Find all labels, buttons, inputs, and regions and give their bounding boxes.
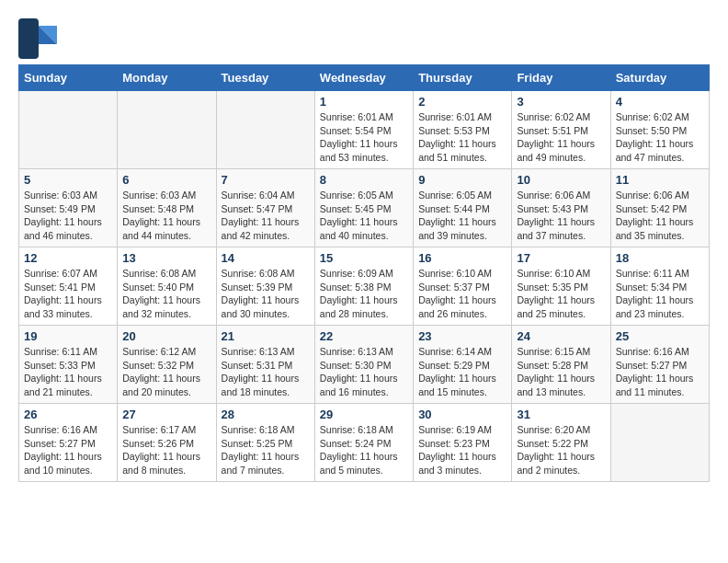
calendar-cell: 15 Sunrise: 6:09 AMSunset: 5:38 PMDaylig… (314, 247, 413, 326)
svg-rect-0 (18, 18, 39, 59)
calendar-cell: 11 Sunrise: 6:06 AMSunset: 5:42 PMDaylig… (610, 169, 709, 247)
day-number: 22 (320, 329, 408, 343)
day-number: 18 (616, 251, 704, 265)
day-number: 2 (418, 95, 506, 109)
day-info: Sunrise: 6:13 AMSunset: 5:31 PMDaylight:… (222, 345, 310, 399)
day-info: Sunrise: 6:09 AMSunset: 5:38 PMDaylight:… (320, 267, 408, 321)
calendar-week-2: 5 Sunrise: 6:03 AMSunset: 5:49 PMDayligh… (19, 169, 710, 247)
calendar-cell: 10 Sunrise: 6:06 AMSunset: 5:43 PMDaylig… (512, 169, 610, 247)
day-info: Sunrise: 6:07 AMSunset: 5:41 PMDaylight:… (24, 267, 112, 321)
day-number: 30 (418, 408, 506, 421)
calendar-cell: 30 Sunrise: 6:19 AMSunset: 5:23 PMDaylig… (414, 404, 512, 482)
day-info: Sunrise: 6:13 AMSunset: 5:30 PMDaylight:… (320, 345, 408, 399)
day-number: 26 (24, 408, 112, 421)
calendar-body: 1 Sunrise: 6:01 AMSunset: 5:54 PMDayligh… (19, 91, 710, 482)
weekday-header-friday: Friday (512, 65, 610, 91)
calendar-cell: 16 Sunrise: 6:10 AMSunset: 5:37 PMDaylig… (414, 247, 512, 326)
calendar-cell: 21 Sunrise: 6:13 AMSunset: 5:31 PMDaylig… (216, 326, 314, 404)
weekday-header-thursday: Thursday (414, 65, 512, 91)
day-number: 11 (616, 173, 704, 187)
calendar-cell: 13 Sunrise: 6:08 AMSunset: 5:40 PMDaylig… (118, 247, 216, 326)
calendar-cell: 5 Sunrise: 6:03 AMSunset: 5:49 PMDayligh… (19, 169, 118, 247)
day-info: Sunrise: 6:16 AMSunset: 5:27 PMDaylight:… (616, 345, 704, 399)
day-info: Sunrise: 6:17 AMSunset: 5:26 PMDaylight:… (122, 423, 210, 477)
weekday-header-wednesday: Wednesday (314, 65, 413, 91)
calendar-cell: 8 Sunrise: 6:05 AMSunset: 5:45 PMDayligh… (314, 169, 413, 247)
calendar-week-5: 26 Sunrise: 6:16 AMSunset: 5:27 PMDaylig… (19, 404, 710, 482)
calendar-cell: 28 Sunrise: 6:18 AMSunset: 5:25 PMDaylig… (216, 404, 314, 482)
day-info: Sunrise: 6:03 AMSunset: 5:48 PMDaylight:… (122, 189, 210, 243)
calendar-cell (19, 91, 118, 169)
day-number: 28 (222, 408, 310, 421)
calendar-cell: 2 Sunrise: 6:01 AMSunset: 5:53 PMDayligh… (414, 91, 512, 169)
day-number: 6 (122, 173, 210, 187)
day-number: 7 (222, 173, 310, 187)
calendar-cell: 25 Sunrise: 6:16 AMSunset: 5:27 PMDaylig… (610, 326, 709, 404)
day-info: Sunrise: 6:12 AMSunset: 5:32 PMDaylight:… (122, 345, 210, 399)
calendar-cell: 26 Sunrise: 6:16 AMSunset: 5:27 PMDaylig… (19, 404, 118, 482)
day-info: Sunrise: 6:03 AMSunset: 5:49 PMDaylight:… (24, 189, 112, 243)
day-number: 8 (320, 173, 408, 187)
day-number: 25 (616, 329, 704, 343)
calendar-cell: 14 Sunrise: 6:08 AMSunset: 5:39 PMDaylig… (216, 247, 314, 326)
calendar-cell: 1 Sunrise: 6:01 AMSunset: 5:54 PMDayligh… (314, 91, 413, 169)
day-info: Sunrise: 6:02 AMSunset: 5:51 PMDaylight:… (517, 110, 605, 165)
calendar-cell: 12 Sunrise: 6:07 AMSunset: 5:41 PMDaylig… (19, 247, 118, 326)
calendar-cell: 7 Sunrise: 6:04 AMSunset: 5:47 PMDayligh… (216, 169, 314, 247)
day-info: Sunrise: 6:19 AMSunset: 5:23 PMDaylight:… (418, 423, 506, 477)
calendar-cell: 18 Sunrise: 6:11 AMSunset: 5:34 PMDaylig… (610, 247, 709, 326)
day-number: 27 (122, 408, 210, 421)
day-info: Sunrise: 6:11 AMSunset: 5:34 PMDaylight:… (616, 267, 704, 321)
day-number: 24 (517, 329, 605, 343)
day-number: 17 (517, 251, 605, 265)
calendar-cell: 4 Sunrise: 6:02 AMSunset: 5:50 PMDayligh… (610, 91, 709, 169)
calendar-cell: 22 Sunrise: 6:13 AMSunset: 5:30 PMDaylig… (314, 326, 413, 404)
day-number: 31 (517, 408, 605, 421)
day-info: Sunrise: 6:05 AMSunset: 5:44 PMDaylight:… (418, 189, 506, 243)
day-info: Sunrise: 6:20 AMSunset: 5:22 PMDaylight:… (517, 423, 605, 477)
day-info: Sunrise: 6:18 AMSunset: 5:25 PMDaylight:… (222, 423, 310, 477)
day-info: Sunrise: 6:18 AMSunset: 5:24 PMDaylight:… (320, 423, 408, 477)
day-number: 21 (222, 329, 310, 343)
day-number: 1 (320, 95, 408, 109)
weekday-header-saturday: Saturday (610, 65, 709, 91)
day-number: 16 (418, 251, 506, 265)
calendar-cell: 3 Sunrise: 6:02 AMSunset: 5:51 PMDayligh… (512, 91, 610, 169)
calendar-week-3: 12 Sunrise: 6:07 AMSunset: 5:41 PMDaylig… (19, 247, 710, 326)
day-info: Sunrise: 6:06 AMSunset: 5:42 PMDaylight:… (616, 189, 704, 243)
calendar-cell: 20 Sunrise: 6:12 AMSunset: 5:32 PMDaylig… (118, 326, 216, 404)
day-info: Sunrise: 6:06 AMSunset: 5:43 PMDaylight:… (517, 189, 605, 243)
calendar-cell: 27 Sunrise: 6:17 AMSunset: 5:26 PMDaylig… (118, 404, 216, 482)
calendar-cell: 19 Sunrise: 6:11 AMSunset: 5:33 PMDaylig… (19, 326, 118, 404)
calendar-cell (118, 91, 216, 169)
day-number: 29 (320, 408, 408, 421)
weekday-header-row: SundayMondayTuesdayWednesdayThursdayFrid… (19, 65, 710, 91)
calendar-cell: 24 Sunrise: 6:15 AMSunset: 5:28 PMDaylig… (512, 326, 610, 404)
calendar-cell: 31 Sunrise: 6:20 AMSunset: 5:22 PMDaylig… (512, 404, 610, 482)
day-info: Sunrise: 6:01 AMSunset: 5:53 PMDaylight:… (418, 110, 506, 165)
calendar-cell (216, 91, 314, 169)
day-number: 15 (320, 251, 408, 265)
day-info: Sunrise: 6:05 AMSunset: 5:45 PMDaylight:… (320, 189, 408, 243)
page-header (18, 18, 710, 55)
weekday-header-tuesday: Tuesday (216, 65, 314, 91)
day-info: Sunrise: 6:14 AMSunset: 5:29 PMDaylight:… (418, 345, 506, 399)
day-info: Sunrise: 6:04 AMSunset: 5:47 PMDaylight:… (222, 189, 310, 243)
day-info: Sunrise: 6:08 AMSunset: 5:39 PMDaylight:… (222, 267, 310, 321)
day-number: 19 (24, 329, 112, 343)
logo (18, 18, 59, 55)
weekday-header-monday: Monday (118, 65, 216, 91)
day-info: Sunrise: 6:16 AMSunset: 5:27 PMDaylight:… (24, 423, 112, 477)
day-number: 12 (24, 251, 112, 265)
day-info: Sunrise: 6:11 AMSunset: 5:33 PMDaylight:… (24, 345, 112, 399)
day-info: Sunrise: 6:01 AMSunset: 5:54 PMDaylight:… (320, 110, 408, 165)
calendar-cell: 9 Sunrise: 6:05 AMSunset: 5:44 PMDayligh… (414, 169, 512, 247)
calendar-cell: 29 Sunrise: 6:18 AMSunset: 5:24 PMDaylig… (314, 404, 413, 482)
day-number: 14 (222, 251, 310, 265)
day-number: 9 (418, 173, 506, 187)
calendar-week-1: 1 Sunrise: 6:01 AMSunset: 5:54 PMDayligh… (19, 91, 710, 169)
day-number: 13 (122, 251, 210, 265)
calendar-cell: 23 Sunrise: 6:14 AMSunset: 5:29 PMDaylig… (414, 326, 512, 404)
day-info: Sunrise: 6:02 AMSunset: 5:50 PMDaylight:… (616, 110, 704, 165)
weekday-header-sunday: Sunday (19, 65, 118, 91)
